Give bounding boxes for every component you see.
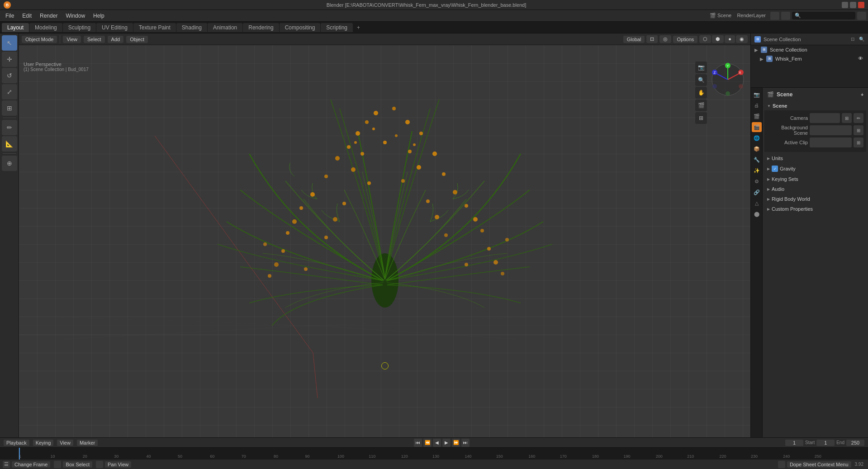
tab-sculpting[interactable]: Sculpting xyxy=(63,23,96,32)
search-box[interactable]: 🔍 xyxy=(792,12,855,19)
jump-end-button[interactable]: ⏭ xyxy=(461,439,470,447)
prop-world-icon[interactable]: 🌐 xyxy=(752,133,762,143)
jump-start-button[interactable]: ⏮ xyxy=(414,439,422,447)
tool-scale[interactable]: ⤢ xyxy=(2,84,17,99)
keying-sets-header[interactable]: ▶ Keying Sets xyxy=(764,175,866,184)
shading-rendered[interactable]: ◉ xyxy=(736,35,748,43)
prop-render-icon[interactable]: 📷 xyxy=(752,90,762,99)
start-frame-field[interactable]: 1 xyxy=(816,440,835,446)
bottom-dope-icon[interactable] xyxy=(778,461,785,468)
background-scene-browse[interactable]: ⊞ xyxy=(854,125,863,135)
tool-measure[interactable]: 📐 xyxy=(2,136,17,152)
menu-render[interactable]: Render xyxy=(36,12,61,20)
viewport-view-menu[interactable]: View xyxy=(63,36,81,43)
units-header[interactable]: ▶ Units xyxy=(764,154,866,163)
zoom-camera-button[interactable]: 📷 xyxy=(695,62,707,73)
play-button[interactable]: ▶ xyxy=(442,439,451,447)
tool-rotate[interactable]: ↺ xyxy=(2,68,17,83)
tool-cursor[interactable]: ↖ xyxy=(2,35,17,51)
marker-menu[interactable]: Marker xyxy=(77,440,98,446)
tab-animation[interactable]: Animation xyxy=(208,23,242,32)
minimize-button[interactable] xyxy=(842,2,848,8)
prop-scene-add-btn[interactable]: + xyxy=(861,92,863,97)
scene-section-header[interactable]: ▼ Scene xyxy=(764,101,866,110)
prop-physics-icon[interactable]: ⚙ xyxy=(752,176,762,186)
viewport-add-menu[interactable]: Add xyxy=(108,36,124,43)
viewport-canvas[interactable]: User Perspective (1) Scene Collection | … xyxy=(19,45,750,437)
viewport-global-selector[interactable]: Global xyxy=(623,36,645,43)
bottom-box-icon[interactable] xyxy=(54,461,61,468)
viewport-pan-btn[interactable]: ✋ xyxy=(695,87,707,99)
tool-add-object[interactable]: ⊕ xyxy=(2,156,17,171)
maximize-button[interactable] xyxy=(850,2,856,8)
timeline-ruler[interactable]: 1 10 20 30 40 50 60 70 80 90 100 110 120… xyxy=(0,448,868,460)
prop-view-layer-icon[interactable]: 🎬 xyxy=(752,111,762,121)
bottom-pan-icon[interactable] xyxy=(96,461,103,468)
current-frame-field[interactable]: 1 xyxy=(785,440,803,446)
viewport-object-menu[interactable]: Object xyxy=(126,36,148,43)
end-frame-field[interactable]: 250 xyxy=(846,440,864,446)
header-button-2[interactable] xyxy=(781,12,790,20)
close-button[interactable] xyxy=(858,2,864,8)
tab-compositing[interactable]: Compositing xyxy=(280,23,321,32)
shading-wireframe[interactable]: ⬡ xyxy=(699,35,711,43)
camera-browse-button[interactable]: ⊞ xyxy=(842,113,852,123)
tab-shading[interactable]: Shading xyxy=(176,23,207,32)
prop-object-icon[interactable]: 📦 xyxy=(752,144,762,154)
navigation-gizmo[interactable]: X Y Z xyxy=(710,62,746,98)
rigid-body-world-header[interactable]: ▶ Rigid Body World xyxy=(764,194,866,204)
gravity-header[interactable]: ▶ ✓ Gravity xyxy=(764,164,866,174)
bottom-mode-icon[interactable]: ☰ xyxy=(3,461,10,468)
tab-layout[interactable]: Layout xyxy=(2,23,29,32)
camera-select-button[interactable]: ✏ xyxy=(854,113,863,123)
prop-output-icon[interactable]: 🖨 xyxy=(752,100,762,110)
viewport-options-button[interactable]: Options xyxy=(673,36,697,43)
prop-scene-icon[interactable]: 🎬 xyxy=(752,122,762,132)
viewport-camera-btn[interactable]: 🎬 xyxy=(695,99,707,111)
viewport-mode-selector[interactable]: Object Mode xyxy=(22,36,57,43)
viewport-snap-button[interactable]: ⊡ xyxy=(646,35,658,43)
box-select-button[interactable]: Box Select xyxy=(63,461,92,468)
play-reverse-button[interactable]: ◀ xyxy=(433,439,441,447)
prop-modifier-icon[interactable]: 🔧 xyxy=(752,155,762,165)
prop-constraints-icon[interactable]: 🔗 xyxy=(752,187,762,197)
background-scene-value[interactable] xyxy=(810,125,852,135)
menu-help[interactable]: Help xyxy=(90,12,108,20)
menu-edit[interactable]: Edit xyxy=(19,12,35,20)
dope-sheet-button[interactable]: Dope Sheet Context Menu xyxy=(787,461,851,468)
camera-value[interactable] xyxy=(810,113,840,123)
prop-data-icon[interactable]: △ xyxy=(752,198,762,208)
tab-uv-editing[interactable]: UV Editing xyxy=(96,23,133,32)
prop-particles-icon[interactable]: ✨ xyxy=(752,166,762,175)
pan-view-button[interactable]: Pan View xyxy=(105,461,131,468)
outliner-filter-button[interactable]: ⊡ xyxy=(851,37,854,42)
tab-scripting[interactable]: Scripting xyxy=(321,23,353,32)
timeline-view-menu[interactable]: View xyxy=(57,440,73,446)
jump-prev-keyframe[interactable]: ⏪ xyxy=(423,439,432,447)
menu-file[interactable]: File xyxy=(2,12,18,20)
tool-annotate[interactable]: ✏ xyxy=(2,120,17,135)
custom-properties-header[interactable]: ▶ Custom Properties xyxy=(764,204,866,213)
outliner-search-button[interactable]: 🔍 xyxy=(859,37,864,42)
header-filter-button[interactable] xyxy=(857,12,866,20)
keying-menu[interactable]: Keying xyxy=(33,440,54,446)
prop-material-icon[interactable]: ⬤ xyxy=(752,209,762,219)
active-clip-value[interactable] xyxy=(810,137,852,147)
timeline-ruler-container[interactable]: 1 10 20 30 40 50 60 70 80 90 100 110 120… xyxy=(19,448,868,460)
outliner-scene-collection[interactable]: ▶ ⊞ Scene Collection xyxy=(751,45,868,54)
viewport-select-menu[interactable]: Select xyxy=(84,36,105,43)
outliner-visibility-toggle[interactable]: 👁 xyxy=(858,56,864,62)
jump-next-keyframe[interactable]: ⏩ xyxy=(452,439,460,447)
menu-window[interactable]: Window xyxy=(62,12,89,20)
tab-rendering[interactable]: Rendering xyxy=(243,23,279,32)
shading-material[interactable]: ● xyxy=(725,35,735,43)
shading-solid[interactable]: ⬢ xyxy=(712,35,724,43)
viewport-proportional-edit[interactable]: ◎ xyxy=(659,35,671,43)
viewport-grid-btn[interactable]: ⊞ xyxy=(695,112,707,124)
tab-modeling[interactable]: Modeling xyxy=(29,23,62,32)
audio-header[interactable]: ▶ Audio xyxy=(764,185,866,194)
header-button-1[interactable] xyxy=(770,12,779,20)
change-frame-button[interactable]: Change Frame xyxy=(12,461,50,468)
gravity-checkbox[interactable]: ✓ xyxy=(772,166,778,172)
tool-move[interactable]: ✛ xyxy=(2,52,17,67)
